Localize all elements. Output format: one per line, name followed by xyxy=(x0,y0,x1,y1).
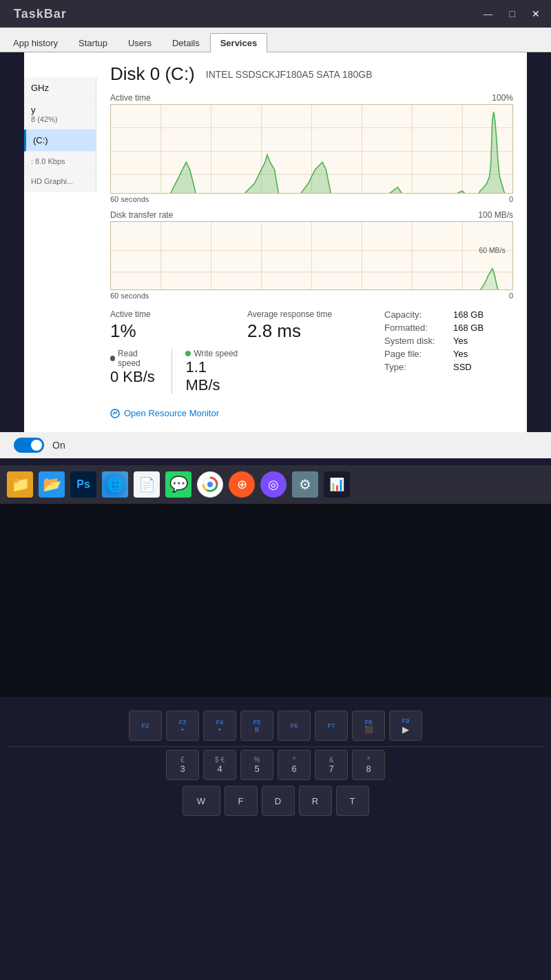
active-time-label: Active time xyxy=(110,93,151,103)
transfer-rate-header: Disk transfer rate 100 MB/s xyxy=(110,210,513,220)
tab-app-history[interactable]: App history xyxy=(3,33,68,52)
sidebar-network-speed: : 8.0 Kbps xyxy=(31,157,89,165)
close-button[interactable]: ✕ xyxy=(528,7,544,21)
write-speed-value: 1.1 MB/s xyxy=(185,358,239,394)
active-time-max: 100% xyxy=(492,93,513,103)
transfer-rate-section: Disk transfer rate 100 MB/s 60 MB/s xyxy=(110,210,513,300)
monitor-icon xyxy=(110,409,120,418)
taskbar-icon-folder[interactable]: 📁 xyxy=(7,471,33,498)
app-title: TaskBar xyxy=(14,7,67,21)
taskbar-icon-chrome-purple[interactable]: ◎ xyxy=(260,471,287,498)
transfer-rate-max: 100 MB/s xyxy=(478,210,513,220)
avg-response-label: Average response time xyxy=(247,309,376,319)
key-8[interactable]: * 8 xyxy=(352,750,385,780)
transfer-rate-svg: 60 MB/s xyxy=(111,222,512,290)
key-f8[interactable]: F8 ⬛ xyxy=(352,711,385,741)
key-d[interactable]: D xyxy=(262,786,295,816)
taskbar-icon-whatsapp[interactable]: 💬 xyxy=(165,471,191,498)
task-manager-window: GHz y 8 (42%) (C:) : 8.0 Kbps HD Graphi.… xyxy=(24,52,527,432)
taskbar-icon-folder2[interactable]: 📂 xyxy=(39,471,65,498)
disk-name: Disk 0 (C:) xyxy=(110,63,195,85)
taskbar-icon-chrome[interactable] xyxy=(197,471,223,498)
sidebar-item-gpu[interactable]: HD Graphi... xyxy=(24,172,96,192)
avg-response-value: 2.8 ms xyxy=(247,320,376,342)
active-time-seconds: 60 seconds xyxy=(110,195,149,203)
tab-details[interactable]: Details xyxy=(162,33,210,52)
taskbar-icon-browser[interactable]: 🌐 xyxy=(102,471,128,498)
disk-title-row: Disk 0 (C:) INTEL SSDSCKJF180A5 SATA 180… xyxy=(110,63,513,85)
minimize-button[interactable]: — xyxy=(479,7,497,21)
sidebar-cpu-label: GHz xyxy=(31,83,89,93)
keyboard: F2 F3 + F4 • F5 ⏸ F6 F7 F8 ⬛ F9 ▶ xyxy=(0,697,551,828)
title-bar: TaskBar — □ ✕ xyxy=(0,0,551,28)
read-speed-value: 0 KB/s xyxy=(110,368,158,386)
system-disk-value: Yes xyxy=(453,336,468,346)
transfer-rate-footer: 60 seconds 0 xyxy=(110,292,513,300)
sidebar-memory-label: y xyxy=(31,105,89,115)
write-speed-label: Write speed xyxy=(185,349,239,358)
keyboard-number-row: £ 3 $ € 4 % 5 ^ 6 & 7 * 8 xyxy=(7,750,544,780)
key-w[interactable]: W xyxy=(183,786,220,816)
active-time-svg xyxy=(111,105,512,194)
taskbar-icon-file[interactable]: 📄 xyxy=(134,471,160,498)
key-f6[interactable]: F6 xyxy=(278,711,311,741)
key-3[interactable]: £ 3 xyxy=(166,750,199,780)
read-speed-item: Read speed 0 KB/s xyxy=(110,349,158,394)
sidebar-item-disk[interactable]: (C:) xyxy=(24,130,96,152)
key-f5[interactable]: F5 ⏸ xyxy=(240,711,273,741)
system-disk-label: System disk: xyxy=(384,336,446,346)
sidebar-disk-label: (C:) xyxy=(33,135,89,145)
toggle-switch[interactable] xyxy=(14,438,44,453)
keyboard-letter-row: W F D R T xyxy=(7,786,544,816)
active-time-stat-value: 1% xyxy=(110,320,239,342)
sidebar: GHz y 8 (42%) (C:) : 8.0 Kbps HD Graphi.… xyxy=(24,77,96,192)
system-disk-row: System disk: Yes xyxy=(384,336,513,346)
key-6[interactable]: ^ 6 xyxy=(278,750,311,780)
dark-background xyxy=(0,504,551,697)
key-5[interactable]: % 5 xyxy=(240,750,273,780)
type-row: Type: SSD xyxy=(384,362,513,372)
key-f9[interactable]: F9 ▶ xyxy=(389,711,422,741)
active-time-min: 0 xyxy=(509,195,513,203)
disk-model: INTEL SSDSCKJF180A5 SATA 180GB xyxy=(206,69,373,80)
formatted-value: 168 GB xyxy=(453,323,484,333)
resource-monitor-label: Open Resource Monitor xyxy=(124,408,219,418)
taskbar-icon-monitor[interactable]: 📊 xyxy=(324,471,350,498)
window-controls: — □ ✕ xyxy=(479,7,544,21)
stats-grid: Active time 1% Read speed 0 KB/s xyxy=(110,309,513,394)
svg-point-22 xyxy=(111,409,119,418)
page-file-value: Yes xyxy=(453,349,468,359)
type-value: SSD xyxy=(453,362,472,372)
key-f3[interactable]: F3 + xyxy=(166,711,199,741)
info-table: Capacity: 168 GB Formatted: 168 GB Syste… xyxy=(384,309,513,394)
key-f2[interactable]: F2 xyxy=(129,711,162,741)
tab-startup[interactable]: Startup xyxy=(68,33,118,52)
active-time-header: Active time 100% xyxy=(110,93,513,103)
tab-services[interactable]: Services xyxy=(210,33,268,52)
taskbar-icon-photoshop[interactable]: Ps xyxy=(70,471,96,498)
active-time-section: Active time 100% xyxy=(110,93,513,203)
page-file-row: Page file: Yes xyxy=(384,349,513,359)
tab-users[interactable]: Users xyxy=(118,33,162,52)
maximize-button[interactable]: □ xyxy=(506,7,519,21)
taskbar-icon-chrome-orange[interactable]: ⊕ xyxy=(229,471,255,498)
sidebar-memory-usage: 8 (42%) xyxy=(31,115,89,123)
key-f4[interactable]: F4 • xyxy=(203,711,236,741)
sidebar-item-memory[interactable]: y 8 (42%) xyxy=(24,99,96,130)
taskbar: 📁 📂 Ps 🌐 📄 💬 ⊕ ◎ ⚙ 📊 xyxy=(0,465,551,504)
sidebar-item-cpu[interactable]: GHz xyxy=(24,77,96,99)
write-speed-item: Write speed 1.1 MB/s xyxy=(185,349,239,394)
resource-monitor-link[interactable]: Open Resource Monitor xyxy=(110,408,513,418)
key-f7[interactable]: F7 xyxy=(315,711,348,741)
sidebar-item-network[interactable]: : 8.0 Kbps xyxy=(24,152,96,172)
active-time-chart xyxy=(110,104,513,194)
key-7[interactable]: & 7 xyxy=(315,750,348,780)
sidebar-gpu-label: HD Graphi... xyxy=(31,177,89,185)
taskbar-icon-settings[interactable]: ⚙ xyxy=(292,471,318,498)
key-r[interactable]: R xyxy=(299,786,332,816)
key-f[interactable]: F xyxy=(225,786,258,816)
key-t[interactable]: T xyxy=(336,786,369,816)
capacity-row: Capacity: 168 GB xyxy=(384,309,513,320)
key-4[interactable]: $ € 4 xyxy=(203,750,236,780)
svg-point-24 xyxy=(207,482,213,487)
